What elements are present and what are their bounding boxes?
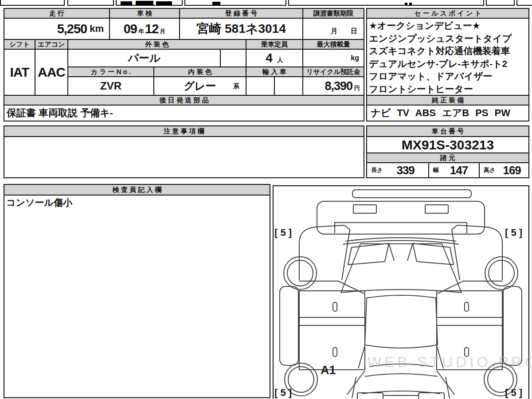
later-parts-value: 保証書 車両取説 予備キ- [7,106,113,120]
exterior-color-value: パール [128,51,160,65]
clipped-cell [516,0,532,6]
registration-header: 登 録 番 号 [179,8,303,19]
mileage-value-cell: 5,250 km [4,18,110,40]
recycle-deposit-label: リサイクル預託金 [306,68,360,76]
genuine-equipment-value: ナビ TV ABS エアB PS PW [371,106,510,120]
shift-value-cell: IAT [4,49,35,96]
sales-points-body: ★オークションデビュー★ エンジンプッシュスタートタイプ スズキコネクト対応通信… [366,18,529,96]
width-label: 幅 [429,166,439,174]
color-no-value-cell: ZVR [67,76,154,96]
shift-value: IAT [10,65,29,80]
clipped-cell [288,0,484,6]
max-load-label: 最大積載量 [317,40,350,49]
genuine-equipment-label: 純 正 装 備 [432,96,464,105]
capacity-header: 乗車定員 [246,39,303,50]
capacity-unit: 人 [277,56,283,64]
color-no-label: カ ラ ー N o . [91,68,131,76]
inspection-year: 09 [124,22,137,36]
max-load-unit: kg [351,54,359,62]
length-cell: 長さ 339 [366,162,429,178]
genuine-equipment-value-cell: ナビ TV ABS エアB PS PW [366,105,529,121]
import-car-blank-cell-1 [246,76,275,96]
max-load-header: 最大積載量 [302,39,364,50]
sales-point-line: スズキコネクト対応通信機装着車 [369,45,528,58]
aircon-label: エアコン [38,40,65,49]
inspection-month-unit: 月 [160,27,165,35]
clipped-text-remnant [212,2,220,5]
exterior-color-label: 外 装 色 [145,40,168,49]
height-label: 高さ [480,166,495,174]
inspection-year-unit: 年 [138,27,144,35]
registration-value-cell: 宮崎 581ネ3014 [179,18,303,40]
notes-label: 注 意 事 項 欄 [164,127,204,136]
width-value: 147 [439,164,479,177]
height-cell: 高さ 169 [479,162,529,178]
aircon-value: AAC [38,65,65,80]
clipped-cell [486,0,515,6]
aircon-header: エアコン [35,39,68,50]
chassis-label: 車 台 番 号 [432,127,464,136]
exterior-color-value-cell: パール [67,49,221,67]
mileage-label: 走 行 [49,9,64,18]
recycle-deposit-value: 8,390 [325,79,352,93]
sales-point-line: デュアルセンサ-ブレ-キサポ-ト2 [369,58,528,70]
inspection-label: 車 検 [137,9,152,18]
color-no-value: ZVR [100,80,121,92]
clipped-text-remnant [405,3,407,5]
chassis-header: 車 台 番 号 [366,125,529,137]
interior-color-suffix: 系 [233,82,239,90]
transfer-deadline-label: 譲渡書類期限 [313,9,353,18]
clipped-text-remnant [409,3,412,5]
mileage-header: 走 行 [4,8,110,19]
inspector-notes-header: 検 査 員 記 入 欄 [4,184,270,196]
import-car-header: 輸 入 車 [246,66,303,77]
import-car-blank-cell-2 [274,76,303,96]
recycle-deposit-unit: 円 [354,84,360,92]
mileage-value: 5,250 [57,22,87,36]
transfer-deadline-value: 月 日 [331,27,357,35]
notes-body [4,136,364,178]
clipped-text-remnant [136,1,153,5]
clipped-text-remnant [121,1,132,5]
sales-points-header: セ ー ル ス ポ イ ン ト [366,8,529,19]
sales-point-line: フロアマット、ドアバイザー [369,70,528,83]
length-value: 339 [383,164,428,177]
inspector-notes-label: 検 査 員 記 入 欄 [113,186,162,194]
clipped-cell [67,0,114,6]
later-parts-value-cell: 保証書 車両取説 予備キ- [4,105,364,121]
registration-value: 宮崎 581ネ3014 [196,20,286,37]
tire-grade-rear-left: [ 5 ] [274,387,292,399]
height-value: 169 [495,164,528,177]
tire-grade-front-left: [ 5 ] [274,227,292,239]
capacity-value: 4 [266,51,273,65]
interior-color-label: 内 装 色 [188,68,211,76]
clipped-cell [0,0,65,6]
interior-color-value: グレー [184,79,216,93]
capacity-label: 乗車定員 [261,40,288,49]
previous-row-clipped [0,0,532,6]
inspection-value-cell: 09 年 12 月 [109,18,180,40]
color-no-header: カ ラ ー N o . [67,66,154,77]
inspector-notes-body: コンソール傷小 [4,195,270,398]
interior-color-value-cell: グレー 系 [153,76,246,96]
inspector-notes-value: コンソール傷小 [6,197,72,207]
capacity-value-cell: 4 人 [246,49,303,67]
length-label: 長さ [367,166,383,174]
inspection-month: 12 [145,22,158,36]
max-load-value-cell: kg [302,49,364,67]
later-parts-label: 後 日 発 送 部 品 [160,96,209,105]
exterior-color-blank-cell [220,49,246,67]
registration-label: 登 録 番 号 [225,9,258,18]
sales-points-label: セ ー ル ス ポ イ ン ト [414,9,481,18]
tire-grade-front-right: [ 5 ] [505,227,522,239]
clipped-text-remnant [156,1,172,5]
genuine-equipment-header: 純 正 装 備 [366,95,529,106]
damage-mark-a1: A1 [321,364,336,377]
sales-point-line: フロントシートヒーター [369,83,528,96]
recycle-deposit-value-cell: 8,390 円 [302,76,364,96]
transfer-deadline-cell: 月 日 [302,18,364,40]
width-cell: 幅 147 [428,162,480,178]
clipped-cell [184,0,286,6]
chassis-value-cell: MX91S-303213 [366,136,529,153]
inspection-header: 車 検 [109,8,180,19]
